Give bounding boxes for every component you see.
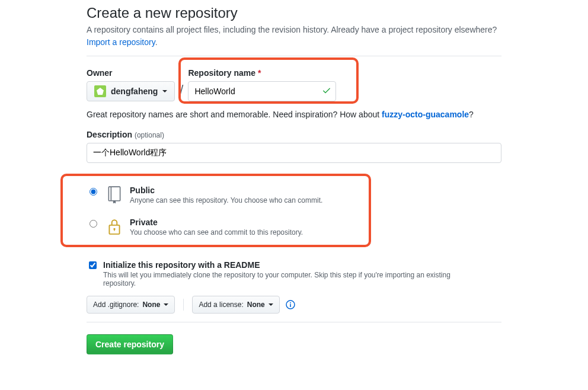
avatar [94,85,106,97]
owner-label: Owner [87,68,175,78]
repo-name-input[interactable] [188,81,336,101]
optional-label: (optional) [135,131,164,139]
divider [87,322,501,322]
hint-prefix: Great repository names are short and mem… [87,110,382,119]
private-radio[interactable] [90,220,97,228]
svg-rect-0 [108,187,120,201]
repo-name-field: Repository name * [188,68,336,101]
chevron-down-icon [164,303,168,306]
name-hint: Great repository names are short and mem… [87,110,501,119]
license-button[interactable]: Add a license: None [192,296,279,314]
description-input[interactable] [87,143,501,163]
private-sub: You choose who can see and commit to thi… [130,228,303,236]
public-title: Public [130,186,322,195]
gitignore-value: None [142,301,160,309]
gitignore-prefix: Add .gitignore: [93,301,139,309]
owner-username: dengfaheng [111,87,158,96]
subhead-text: A repository contains all project files,… [87,25,497,34]
check-icon [322,86,331,97]
separator-slash: / [180,82,183,98]
description-label-text: Description [87,130,132,139]
init-readme-row[interactable]: Initialize this repository with a README… [87,260,501,287]
visibility-block: Public Anyone can see this repository. Y… [87,182,501,246]
init-readme-sub: This will let you immediately clone the … [103,271,482,287]
public-text: Public Anyone can see this repository. Y… [130,186,322,204]
chevron-down-icon [162,90,167,92]
repo-name-label-text: Repository name [188,68,255,78]
svg-rect-4 [114,229,115,231]
repo-icon [106,186,123,203]
license-value: None [247,301,265,309]
description-field: Description (optional) [87,130,501,163]
public-radio[interactable] [90,188,97,196]
create-repo-form: Create a new repository A repository con… [87,0,501,378]
repo-name-input-wrap [188,81,336,101]
visibility-private-row[interactable]: Private You choose who can see and commi… [87,214,501,246]
public-sub: Anyone can see this repository. You choo… [130,196,322,204]
lock-icon [106,218,123,235]
subhead-period: . [155,37,158,47]
visibility-public-row[interactable]: Public Anyone can see this repository. Y… [87,182,501,214]
hint-suffix: ? [469,110,474,119]
init-readme-title: Initialize this repository with a README [103,260,260,270]
chevron-down-icon [269,303,273,306]
svg-point-6 [290,302,291,303]
owner-field: Owner dengfaheng [87,68,175,101]
owner-select-button[interactable]: dengfaheng [87,81,175,101]
page-title: Create a new repository [87,5,501,21]
repo-name-label: Repository name * [188,68,336,78]
divider [183,299,184,311]
svg-rect-7 [290,304,291,307]
private-title: Private [130,218,303,227]
suggestion-link[interactable]: fuzzy-octo-guacamole [382,110,469,119]
gitignore-button[interactable]: Add .gitignore: None [87,296,175,314]
init-readme-checkbox[interactable] [89,261,97,269]
page-subhead: A repository contains all project files,… [87,24,501,49]
license-prefix: Add a license: [199,301,243,309]
required-star-icon: * [258,68,261,78]
info-icon[interactable] [286,300,295,309]
create-repo-button[interactable]: Create repository [87,334,173,354]
svg-rect-1 [111,187,112,201]
init-readme-text: Initialize this repository with a README… [103,260,482,287]
description-label: Description (optional) [87,130,501,139]
import-repo-link[interactable]: Import a repository [87,37,155,47]
private-text: Private You choose who can see and commi… [130,218,303,236]
divider [87,56,501,56]
owner-name-row: Owner dengfaheng / Repository name * [87,68,501,101]
options-row: Add .gitignore: None Add a license: None [87,296,501,314]
